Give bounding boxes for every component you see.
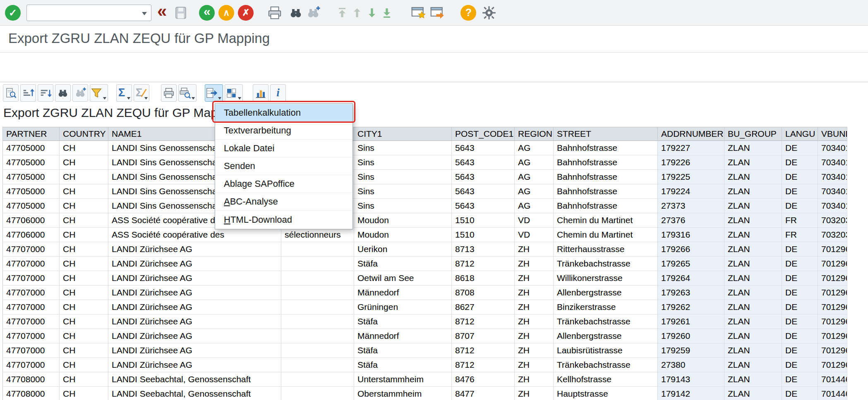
table-cell[interactable]: ZLAN	[724, 372, 782, 387]
table-cell[interactable]: 179143	[658, 372, 724, 387]
table-cell[interactable]: 179261	[658, 314, 724, 329]
menu-item-senden[interactable]: Senden	[215, 157, 352, 175]
table-cell[interactable]: 27376	[658, 213, 724, 228]
table-cell[interactable]: 701296	[818, 271, 847, 286]
table-cell[interactable]: VD	[515, 213, 554, 228]
table-cell[interactable]: ZLAN	[724, 213, 782, 228]
table-cell[interactable]: 701296	[818, 242, 847, 257]
menu-item-textverarbeitung[interactable]: Textverarbeitung	[215, 122, 352, 140]
table-cell[interactable]	[281, 242, 354, 257]
table-cell[interactable]: CH	[60, 170, 108, 184]
menu-item-tabellenkalkulation[interactable]: Tabellenkalkulation	[215, 104, 352, 122]
table-cell[interactable]: Tränkebachstrasse	[554, 257, 658, 271]
table-cell[interactable]: VD	[515, 228, 554, 242]
table-cell[interactable]: Männedorf	[354, 329, 452, 343]
table-cell[interactable]: CH	[60, 184, 108, 199]
table-cell[interactable]	[281, 358, 354, 372]
table-cell[interactable]: Bahnhofstrasse	[554, 155, 658, 170]
table-cell[interactable]: 8712	[452, 314, 515, 329]
table-cell[interactable]: DE	[782, 184, 818, 199]
table-cell[interactable]: 8712	[452, 358, 515, 372]
table-row[interactable]: 47707000CHLANDI Zürichsee AGStäfa8712ZHT…	[2, 314, 847, 329]
table-cell[interactable]: ZH	[515, 242, 554, 257]
table-cell[interactable]	[281, 372, 354, 387]
table-cell[interactable]: 5643	[452, 155, 515, 170]
table-cell[interactable]: 5643	[452, 170, 515, 184]
table-cell[interactable]: 703203	[818, 213, 847, 228]
table-cell[interactable]	[281, 329, 354, 343]
table-cell[interactable]: 8707	[452, 329, 515, 343]
table-row[interactable]: 47707000CHLANDI Zürichsee AGOetwil am Se…	[2, 271, 847, 286]
find-next-button[interactable]	[306, 5, 321, 20]
table-cell[interactable]: 47706000	[2, 228, 60, 242]
table-cell[interactable]: sélectionneurs	[281, 228, 354, 242]
table-cell[interactable]: Binzikerstrasse	[554, 300, 658, 314]
table-cell[interactable]: LANDI Zürichsee AG	[108, 329, 281, 343]
table-row[interactable]: 47705000CHLANDI Sins GenossenschaftSins5…	[2, 155, 847, 170]
table-cell[interactable]: 701296	[818, 358, 847, 372]
table-row[interactable]: 47708000CHLANDI Seebachtal, Genossenscha…	[2, 387, 847, 400]
table-cell[interactable]: 179264	[658, 271, 724, 286]
table-row[interactable]: 47707000CHLANDI Zürichsee AGMännedorf870…	[2, 329, 847, 343]
table-cell[interactable]: CH	[60, 372, 108, 387]
table-row[interactable]: 47707000CHLANDI Zürichsee AGMännedorf870…	[2, 286, 847, 300]
table-cell[interactable]: 179263	[658, 286, 724, 300]
table-cell[interactable]: ZLAN	[724, 199, 782, 213]
table-cell[interactable]: ZLAN	[724, 300, 782, 314]
graphics-button[interactable]	[253, 84, 269, 102]
table-cell[interactable]: 179266	[658, 242, 724, 257]
column-header-vbund[interactable]: VBUND	[818, 127, 847, 141]
table-cell[interactable]: Stäfa	[354, 257, 452, 271]
column-header-country[interactable]: COUNTRY	[60, 127, 108, 141]
table-cell[interactable]: LANDI Seebachtal, Genossenschaft	[108, 372, 281, 387]
collapse-command-icon[interactable]: «	[157, 3, 167, 23]
alv-find-button[interactable]	[55, 84, 71, 102]
table-cell[interactable]: Stäfa	[354, 343, 452, 358]
table-cell[interactable]: Moudon	[354, 213, 452, 228]
table-cell[interactable]: ZLAN	[724, 184, 782, 199]
table-cell[interactable]: ZH	[515, 387, 554, 400]
table-cell[interactable]: DE	[782, 286, 818, 300]
table-cell[interactable]: 47707000	[2, 329, 60, 343]
table-cell[interactable]: 179262	[658, 300, 724, 314]
table-cell[interactable]: ZH	[515, 329, 554, 343]
sort-ascending-button[interactable]	[20, 84, 36, 102]
new-session-button[interactable]	[410, 5, 426, 21]
table-cell[interactable]: 47705000	[2, 199, 60, 213]
table-cell[interactable]: LANDI Zürichsee AG	[108, 242, 281, 257]
save-button[interactable]	[173, 5, 188, 20]
sort-descending-button[interactable]	[38, 84, 53, 102]
table-cell[interactable]: Hauptstrasse	[554, 387, 658, 400]
table-cell[interactable]: ZLAN	[724, 170, 782, 184]
menu-item-ablage-sapoffice[interactable]: Ablage SAPoffice	[215, 175, 352, 193]
table-row[interactable]: 47705000CHLANDI Sins GenossenschaftSins5…	[2, 184, 847, 199]
table-cell[interactable]: CH	[60, 257, 108, 271]
table-cell[interactable]: ZLAN	[724, 257, 782, 271]
table-cell[interactable]: 47705000	[2, 141, 60, 155]
table-cell[interactable]: 47705000	[2, 184, 60, 199]
table-cell[interactable]: ZLAN	[724, 141, 782, 155]
table-cell[interactable]: 179226	[658, 155, 724, 170]
table-cell[interactable]: 179225	[658, 170, 724, 184]
export-button[interactable]	[205, 84, 223, 102]
table-cell[interactable]: 703401	[818, 199, 847, 213]
table-cell[interactable]: DE	[782, 155, 818, 170]
command-field[interactable]	[26, 5, 151, 21]
table-cell[interactable]: FR	[782, 213, 818, 228]
table-cell[interactable]: ZH	[515, 300, 554, 314]
menu-item-lokale-datei[interactable]: Lokale Datei	[215, 140, 352, 157]
table-cell[interactable]: DE	[782, 199, 818, 213]
table-cell[interactable]: LANDI Zürichsee AG	[108, 271, 281, 286]
table-cell[interactable]: DE	[782, 358, 818, 372]
info-button[interactable]: i	[270, 84, 286, 102]
filter-button[interactable]	[90, 84, 108, 102]
table-cell[interactable]: CH	[60, 213, 108, 228]
table-cell[interactable]: Tränkebachstrasse	[554, 358, 658, 372]
table-cell[interactable]	[281, 271, 354, 286]
table-cell[interactable]: Allenbergstrasse	[554, 286, 658, 300]
table-cell[interactable]: Laubisrütistrasse	[554, 343, 658, 358]
table-cell[interactable]: ZLAN	[724, 286, 782, 300]
menu-item-html-download[interactable]: HTML-Download	[215, 211, 352, 229]
table-cell[interactable]: DE	[782, 343, 818, 358]
table-cell[interactable]: AG	[515, 184, 554, 199]
